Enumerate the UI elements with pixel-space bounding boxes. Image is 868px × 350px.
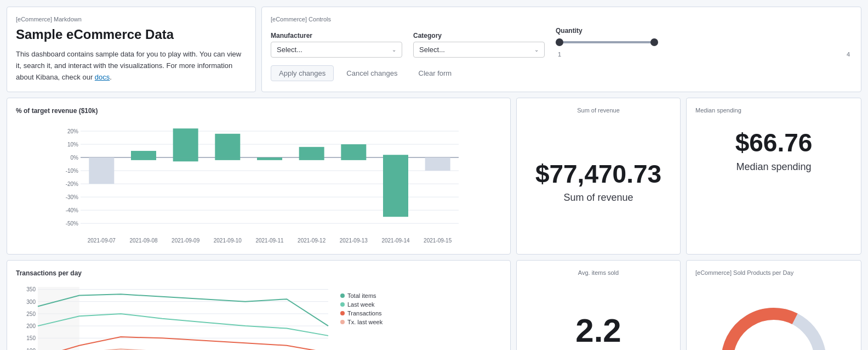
svg-rect-23	[173, 157, 198, 161]
revenue-pct-panel: % of target revenue ($10k) 20%10%0%-10%-…	[7, 98, 511, 255]
svg-text:350: 350	[26, 287, 36, 293]
clear-form-button[interactable]: Clear form	[410, 65, 460, 81]
legend-tx-dot	[340, 311, 345, 315]
svg-text:150: 150	[26, 336, 36, 342]
quantity-slider-container	[556, 37, 852, 48]
slider-min-label: 1	[558, 51, 561, 58]
sold-per-day-panel: [eCommerce] Sold Products per Day Trxns …	[686, 260, 861, 350]
svg-text:2021-09-12: 2021-09-12	[298, 238, 326, 244]
svg-text:200: 200	[26, 324, 36, 330]
category-select[interactable]: Select... ⌄	[413, 42, 545, 58]
manufacturer-group: Manufacturer Select... ⌄	[271, 32, 402, 58]
svg-text:-50%: -50%	[66, 221, 78, 227]
markdown-panel-title: [eCommerce] Markdown	[16, 16, 247, 22]
revenue-pct-chart: 20%10%0%-10%-20%-30%-40%-50%2021-09-0720…	[16, 119, 501, 245]
apply-changes-button[interactable]: Apply changes	[271, 65, 334, 81]
svg-text:-40%: -40%	[66, 208, 78, 214]
svg-rect-37	[383, 157, 408, 217]
legend-total-dot	[340, 293, 345, 298]
median-spending-panel: Median spending $66.76 Median spending	[686, 98, 861, 255]
svg-text:2021-09-14: 2021-09-14	[381, 238, 410, 244]
svg-text:100: 100	[26, 348, 36, 350]
transactions-chart: 3503002502001501005002021-09-072021-09-0…	[16, 281, 334, 350]
legend-lastweek-label: Last week	[347, 301, 375, 308]
gauge-container: Trxns / day 149.3	[695, 280, 852, 350]
legend-total-label: Total items	[347, 292, 376, 299]
svg-rect-26	[215, 157, 240, 160]
manufacturer-value: Select...	[277, 46, 302, 54]
svg-text:-30%: -30%	[66, 195, 78, 201]
manufacturer-label: Manufacturer	[271, 32, 402, 39]
sold-per-day-title: [eCommerce] Sold Products per Day	[695, 269, 852, 276]
cancel-changes-button[interactable]: Cancel changes	[338, 65, 406, 81]
svg-text:2021-09-13: 2021-09-13	[340, 238, 368, 244]
manufacturer-select[interactable]: Select... ⌄	[271, 42, 402, 58]
median-panel-title: Median spending	[695, 107, 852, 114]
svg-rect-39	[425, 157, 450, 171]
svg-text:2021-09-08: 2021-09-08	[129, 238, 158, 244]
svg-rect-33	[341, 144, 366, 157]
avg-items-panel: Avg. items sold 2.2 Avg. items sold	[516, 260, 681, 350]
svg-text:20%: 20%	[67, 128, 78, 134]
svg-text:2021-09-15: 2021-09-15	[424, 238, 452, 244]
slider-num-labels: 1 4	[556, 51, 852, 58]
svg-rect-19	[131, 151, 156, 157]
legend-tx-lastweek: Tx. last week	[340, 319, 382, 325]
quantity-slider[interactable]	[556, 37, 654, 48]
median-label: Median spending	[736, 161, 811, 173]
markdown-heading: Sample eCommerce Data	[16, 27, 247, 42]
legend-last-week: Last week	[340, 301, 382, 308]
slider-thumb-right[interactable]	[650, 38, 658, 46]
slider-track	[556, 41, 654, 43]
sum-revenue-panel: Sum of revenue $77,470.73 Sum of revenue	[516, 98, 681, 255]
markdown-body: This dashboard contains sample data for …	[16, 49, 247, 83]
svg-rect-57	[38, 287, 79, 350]
svg-text:0%: 0%	[71, 155, 79, 161]
markdown-panel: [eCommerce] Markdown Sample eCommerce Da…	[7, 7, 256, 92]
svg-rect-25	[215, 134, 240, 157]
legend-transactions: Transactions	[340, 310, 382, 317]
svg-rect-17	[89, 157, 114, 184]
svg-text:-20%: -20%	[66, 182, 78, 188]
controls-panel: [eCommerce] Controls Manufacturer Select…	[261, 7, 861, 92]
svg-rect-34	[341, 157, 366, 160]
svg-text:250: 250	[26, 311, 36, 317]
controls-buttons-row: Apply changes Cancel changes Clear form	[271, 65, 852, 81]
svg-rect-36	[383, 155, 408, 158]
svg-rect-31	[299, 157, 324, 160]
svg-text:2021-09-09: 2021-09-09	[172, 238, 200, 244]
gauge-chart	[713, 297, 834, 350]
sum-revenue-panel-title: Sum of revenue	[577, 107, 620, 114]
category-group: Category Select... ⌄	[413, 32, 545, 58]
legend-lastweek-dot	[340, 302, 345, 307]
svg-text:2021-09-07: 2021-09-07	[88, 238, 116, 244]
revenue-pct-title: % of target revenue ($10k)	[16, 107, 501, 115]
legend-txlw-dot	[340, 320, 345, 324]
quantity-group: Quantity 1 4	[556, 27, 852, 58]
svg-text:10%: 10%	[67, 142, 78, 148]
slider-max-label: 4	[847, 51, 850, 58]
avg-items-panel-title: Avg. items sold	[578, 269, 619, 276]
avg-items-value: 2.2	[575, 313, 621, 349]
category-value: Select...	[419, 46, 445, 54]
legend-txlw-label: Tx. last week	[347, 319, 382, 325]
sum-revenue-value: $77,470.73	[535, 160, 661, 188]
transactions-panel: Transactions per day 3503002502001501005…	[7, 260, 511, 350]
transactions-legend: Total items Last week Transactions Tx. l…	[340, 281, 382, 350]
slider-fill	[556, 41, 654, 43]
svg-text:2021-09-11: 2021-09-11	[255, 238, 284, 244]
legend-total-items: Total items	[340, 292, 382, 299]
category-chevron-icon: ⌄	[534, 47, 539, 53]
controls-inputs-row: Manufacturer Select... ⌄ Category Select…	[271, 27, 852, 58]
svg-rect-28	[257, 157, 282, 160]
docs-link[interactable]: docs	[95, 73, 110, 81]
svg-rect-20	[131, 157, 156, 160]
legend-tx-label: Transactions	[347, 310, 382, 317]
manufacturer-chevron-icon: ⌄	[392, 47, 396, 53]
svg-text:300: 300	[26, 299, 36, 305]
quantity-label: Quantity	[556, 27, 852, 35]
svg-text:2021-09-10: 2021-09-10	[214, 238, 242, 244]
controls-panel-title: [eCommerce] Controls	[271, 16, 852, 22]
slider-thumb-left[interactable]	[556, 38, 563, 46]
svg-rect-30	[299, 147, 324, 157]
